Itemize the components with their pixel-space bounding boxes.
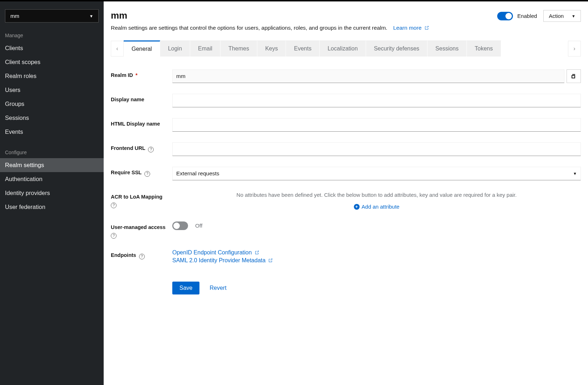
tab-email[interactable]: Email [190,40,221,57]
caret-down-icon: ▼ [89,14,93,18]
enabled-toggle[interactable] [497,12,513,20]
toggle-knob [173,223,180,229]
realm-id-label-text: Realm ID [111,72,133,78]
add-attribute-button[interactable]: + Add an attribute [354,203,400,211]
require-ssl-value: External requests [176,170,219,177]
openid-endpoint-text: OpenID Endpoint Configuration [172,249,252,255]
add-attribute-label: Add an attribute [362,203,400,211]
sidebar-item-sessions[interactable]: Sessions [0,111,104,125]
save-button[interactable]: Save [172,282,199,294]
html-display-name-input[interactable] [172,118,581,132]
tab-themes[interactable]: Themes [221,40,257,57]
external-link-icon [268,258,273,263]
page-description: Realm settings are settings that control… [111,25,387,31]
sidebar-item-authentication[interactable]: Authentication [0,172,104,186]
acr-loa-label-text: ACR to LoA Mapping [111,194,162,200]
tab-events[interactable]: Events [286,40,320,57]
user-managed-access-toggle[interactable] [172,221,188,230]
user-managed-access-label-text: User-managed access [111,224,165,230]
enabled-label: Enabled [517,13,537,19]
tab-general[interactable]: General [124,40,160,57]
nav-section-manage: Manage [0,30,104,41]
sidebar-item-users[interactable]: Users [0,83,104,97]
learn-more-text: Learn more [393,25,421,31]
require-ssl-label-text: Require SSL [111,170,142,175]
copy-button[interactable] [567,69,581,83]
require-ssl-label: Require SSL ? [111,167,172,177]
tab-security-defenses[interactable]: Security defenses [366,40,428,57]
endpoints-label-text: Endpoints [111,252,136,258]
help-icon[interactable]: ? [148,147,154,152]
frontend-url-input[interactable] [172,142,581,156]
realm-selector-value: mm [10,13,19,19]
help-icon[interactable]: ? [111,233,117,239]
page-description-row: Realm settings are settings that control… [104,22,588,31]
endpoints-label: Endpoints ? [111,249,172,259]
plus-circle-icon: + [354,204,360,210]
caret-down-icon: ▼ [572,14,575,18]
help-icon[interactable]: ? [144,171,150,177]
user-managed-access-state: Off [195,223,202,229]
tabs-list: General Login Email Themes Keys Events L… [124,40,568,57]
tab-login[interactable]: Login [160,40,190,57]
action-dropdown-label: Action [549,13,564,19]
user-managed-access-label: User-managed access ? [111,221,172,239]
learn-more-link[interactable]: Learn more [393,25,429,31]
require-ssl-select[interactable]: External requests ▼ [172,167,581,180]
saml-metadata-text: SAML 2.0 Identity Provider Metadata [172,257,266,263]
help-icon[interactable]: ? [139,254,145,259]
copy-icon [571,73,577,79]
main-content: mm Enabled Action ▼ Realm settings are s… [104,0,588,385]
display-name-label: Display name [111,94,172,103]
acr-loa-label: ACR to LoA Mapping ? [111,191,172,208]
openid-endpoint-link[interactable]: OpenID Endpoint Configuration [172,249,273,256]
tab-localization[interactable]: Localization [320,40,366,57]
realm-selector[interactable]: mm ▼ [5,9,99,23]
required-indicator: * [135,72,138,78]
help-icon[interactable]: ? [111,203,117,208]
acr-loa-empty-text: No attributes have been defined yet. Cli… [237,192,517,198]
frontend-url-label: Frontend URL ? [111,142,172,152]
tab-sessions[interactable]: Sessions [428,40,467,57]
sidebar-item-client-scopes[interactable]: Client scopes [0,55,104,69]
sidebar-item-identity-providers[interactable]: Identity providers [0,186,104,200]
tab-tokens[interactable]: Tokens [467,40,501,57]
action-dropdown[interactable]: Action ▼ [543,10,581,22]
sidebar-item-realm-settings[interactable]: Realm settings [0,158,104,172]
revert-button[interactable]: Revert [209,285,226,291]
toggle-knob [505,13,512,19]
external-link-icon [254,250,260,255]
sidebar-item-groups[interactable]: Groups [0,97,104,111]
caret-down-icon: ▼ [573,171,577,176]
realm-id-input[interactable] [172,69,564,83]
tab-keys[interactable]: Keys [257,40,286,57]
html-display-name-label: HTML Display name [111,118,172,127]
saml-metadata-link[interactable]: SAML 2.0 Identity Provider Metadata [172,257,273,264]
sidebar-item-clients[interactable]: Clients [0,41,104,55]
tabs-scroll-left[interactable]: ‹ [111,41,124,57]
sidebar-item-events[interactable]: Events [0,125,104,139]
realm-id-label: Realm ID * [111,69,172,79]
page-title: mm [111,10,127,21]
sidebar-item-user-federation[interactable]: User federation [0,200,104,214]
acr-loa-empty-state: No attributes have been defined yet. Cli… [172,191,581,211]
tabs-scroll-right[interactable]: › [568,41,581,57]
sidebar-item-realm-roles[interactable]: Realm roles [0,69,104,83]
frontend-url-label-text: Frontend URL [111,145,145,151]
display-name-input[interactable] [172,94,581,107]
external-link-icon [424,25,429,30]
sidebar: mm ▼ Manage Clients Client scopes Realm … [0,0,104,385]
nav-section-configure: Configure [0,147,104,158]
